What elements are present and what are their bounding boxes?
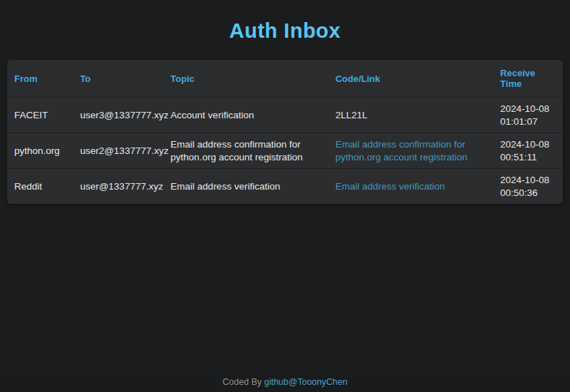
cell-code: Email address verification bbox=[328, 169, 493, 205]
cell-received: 2024-10-08 00:50:36 bbox=[493, 169, 563, 205]
footer: Coded By github@TooonyChen bbox=[0, 372, 570, 392]
column-header-received: Receive Time bbox=[493, 60, 563, 98]
cell-text-to: user@1337777.xyz bbox=[80, 181, 163, 192]
column-header-to: To bbox=[73, 60, 163, 98]
cell-to: user3@1337777.xyz bbox=[73, 98, 163, 133]
column-header-topic: Topic bbox=[163, 60, 328, 98]
cell-text-received: 2024-10-08 00:51:11 bbox=[500, 139, 549, 163]
table-body: FACEITuser3@1337777.xyzAccount verificat… bbox=[7, 98, 563, 205]
cell-to: user@1337777.xyz bbox=[73, 169, 163, 205]
table-row: FACEITuser3@1337777.xyzAccount verificat… bbox=[7, 98, 563, 133]
cell-topic: Account verification bbox=[163, 98, 328, 133]
cell-code: Email address confirmation for python.or… bbox=[328, 133, 493, 169]
code-link[interactable]: Email address verification bbox=[336, 181, 445, 192]
cell-text-topic: Email address confirmation for python.or… bbox=[170, 139, 302, 163]
code-link[interactable]: Email address confirmation for python.or… bbox=[336, 139, 467, 163]
table-header-row: FromToTopicCode/LinkReceive Time bbox=[7, 60, 563, 98]
cell-from: python.org bbox=[7, 133, 73, 169]
table-head: FromToTopicCode/LinkReceive Time bbox=[7, 60, 563, 98]
cell-received: 2024-10-08 00:51:11 bbox=[493, 133, 563, 169]
cell-code: 2LL21L bbox=[328, 98, 493, 133]
cell-from: FACEIT bbox=[7, 98, 73, 133]
cell-text-to: user3@1337777.xyz bbox=[80, 110, 168, 120]
inbox-table: FromToTopicCode/LinkReceive Time FACEITu… bbox=[7, 60, 563, 204]
cell-from: Reddit bbox=[7, 169, 73, 205]
inbox-table-container: FromToTopicCode/LinkReceive Time FACEITu… bbox=[7, 60, 563, 204]
footer-github-link[interactable]: github@TooonyChen bbox=[264, 377, 348, 387]
footer-credit-text: Coded By bbox=[222, 377, 261, 387]
cell-text-topic: Account verification bbox=[170, 110, 254, 120]
cell-received: 2024-10-08 01:01:07 bbox=[493, 98, 563, 133]
cell-topic: Email address confirmation for python.or… bbox=[163, 133, 328, 169]
auth-inbox-page: Auth Inbox FromToTopicCode/LinkReceive T… bbox=[0, 0, 570, 392]
cell-topic: Email address verification bbox=[163, 169, 328, 205]
table-row: Reddituser@1337777.xyzEmail address veri… bbox=[7, 169, 563, 205]
cell-text-received: 2024-10-08 00:50:36 bbox=[500, 175, 549, 198]
column-header-from: From bbox=[7, 60, 73, 98]
cell-text-code: 2LL21L bbox=[336, 110, 368, 120]
cell-text-from: FACEIT bbox=[14, 110, 48, 120]
cell-text-received: 2024-10-08 01:01:07 bbox=[500, 103, 549, 127]
cell-text-to: user2@1337777.xyz bbox=[80, 145, 168, 156]
table-row: python.orguser2@1337777.xyzEmail address… bbox=[7, 133, 563, 169]
cell-to: user2@1337777.xyz bbox=[73, 133, 163, 169]
column-header-code: Code/Link bbox=[328, 60, 493, 98]
cell-text-from: python.org bbox=[14, 145, 60, 156]
cell-text-from: Reddit bbox=[14, 181, 42, 192]
page-title: Auth Inbox bbox=[0, 0, 570, 43]
cell-text-topic: Email address verification bbox=[170, 181, 280, 192]
